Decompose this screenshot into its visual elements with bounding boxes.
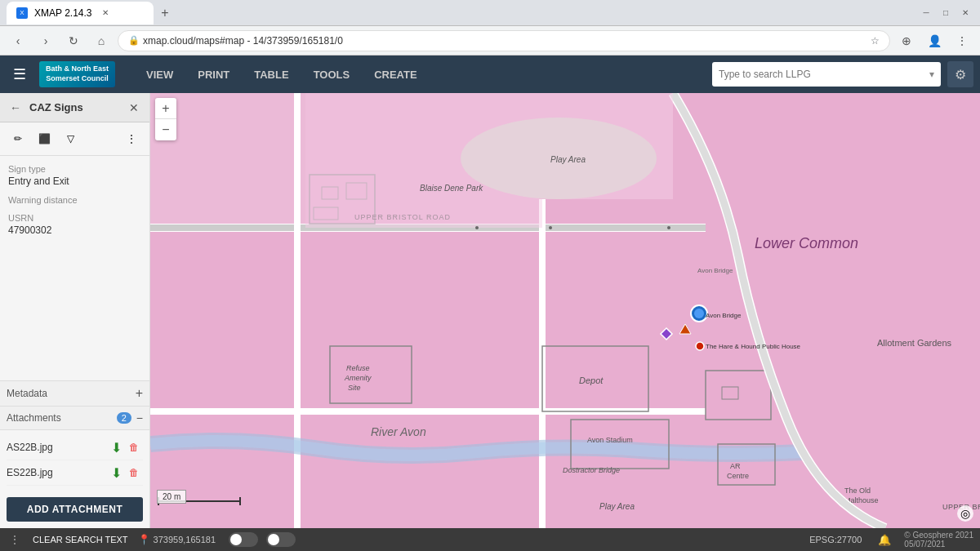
toggle-group (229, 532, 296, 547)
tab-close-button[interactable]: ✕ (99, 7, 112, 20)
attachment-item: ES22B.jpg ⬇ 🗑 (7, 460, 143, 486)
metadata-section[interactable]: Metadata + (0, 380, 149, 406)
add-attachment-button[interactable]: ADD ATTACHMENT (7, 497, 143, 522)
zoom-in-button[interactable]: + (155, 98, 176, 119)
sign-type-field: Sign type Entry and Exit (8, 164, 141, 187)
more-icon: ⋮ (127, 133, 136, 144)
left-panel: ← CAZ Signs ✕ ✏ ⬛ ▽ ⋮ Sign type Entry an… (0, 93, 150, 528)
attachment-download-button[interactable]: ⬇ (107, 464, 125, 482)
svg-text:Play Area: Play Area (550, 155, 586, 164)
svg-text:Refuse: Refuse (346, 364, 370, 372)
attachment-name: AS22B.jpg (7, 442, 107, 453)
svg-point-48 (667, 226, 670, 229)
copyright-geosphere: © Geosphere 2021 (904, 531, 973, 540)
nav-print[interactable]: PRINT (186, 64, 241, 86)
panel-content: Sign type Entry and Exit Warning distanc… (0, 156, 149, 380)
compass-button[interactable]: ◎ (957, 505, 973, 522)
reload-button[interactable]: ↻ (62, 29, 85, 52)
attachment-delete-button[interactable]: 🗑 (125, 464, 143, 482)
attachments-collapse-icon[interactable]: − (136, 411, 143, 424)
main-nav: VIEW PRINT TABLE TOOLS CREATE (135, 64, 429, 86)
status-menu-button[interactable]: ⋮ (7, 531, 23, 548)
delete-icon: ⬛ (38, 133, 51, 144)
attachments-section[interactable]: Attachments 2 − (0, 406, 149, 429)
address-bar: ‹ › ↻ ⌂ 🔒 xmap.cloud/maps#map - 14/37395… (0, 26, 980, 56)
svg-text:AR: AR (730, 462, 741, 470)
delete-tool-button[interactable]: ⬛ (33, 127, 56, 150)
attachment-download-button[interactable]: ⬇ (107, 438, 125, 456)
attachment-name: ES22B.jpg (7, 467, 107, 478)
scale-label: 20 m (163, 492, 180, 501)
main-area: ← CAZ Signs ✕ ✏ ⬛ ▽ ⋮ Sign type Entry an… (0, 93, 980, 528)
home-button[interactable]: ⌂ (90, 29, 113, 52)
warning-distance-field: Warning distance (8, 195, 141, 205)
map-svg: Refuse Amenity Site Depot Avon Stadium A… (150, 93, 980, 528)
browser-tab[interactable]: X XMAP 2.14.3 ✕ (7, 2, 154, 24)
panel-title: CAZ Signs (29, 101, 120, 113)
nav-tools[interactable]: TOOLS (302, 64, 362, 86)
svg-text:Play Area: Play Area (599, 502, 635, 511)
hamburger-button[interactable]: ☰ (7, 61, 33, 87)
council-name-line2: Somerset Council (46, 74, 109, 84)
attachments-badge: 2 (117, 412, 131, 424)
filter-tool-button[interactable]: ▽ (59, 127, 82, 150)
attachment-delete-button[interactable]: 🗑 (125, 438, 143, 456)
svg-text:Depot: Depot (579, 375, 604, 385)
coords-icon: 📍 (138, 534, 150, 545)
usrn-label: USRN (8, 213, 141, 223)
close-button[interactable]: ✕ (957, 5, 973, 21)
edit-tool-button[interactable]: ✏ (7, 127, 29, 150)
warning-distance-label: Warning distance (8, 195, 141, 205)
more-tool-button[interactable]: ⋮ (120, 127, 143, 150)
nav-create[interactable]: CREATE (363, 64, 428, 86)
svg-text:The Old: The Old (844, 487, 871, 495)
council-name-line1: Bath & North East (46, 64, 109, 74)
map-zoom-controls: + − (155, 98, 176, 140)
svg-text:River Avon: River Avon (371, 425, 426, 438)
panel-back-button[interactable]: ← (7, 99, 24, 117)
sign-type-label: Sign type (8, 164, 141, 174)
epsg-value: EPSG:27700 (809, 535, 862, 544)
maximize-button[interactable]: □ (938, 5, 954, 21)
toggle-1-dot (230, 534, 242, 545)
forward-button[interactable]: › (34, 29, 57, 52)
notification-bell-icon[interactable]: 🔔 (878, 534, 891, 546)
edit-icon: ✏ (14, 133, 22, 144)
filter-icon: ▽ (67, 133, 74, 144)
app-header: ☰ Bath & North East Somerset Council VIE… (0, 56, 980, 93)
settings-button[interactable]: ⚙ (947, 61, 973, 87)
svg-point-42 (696, 342, 704, 350)
epsg-display: EPSG:27700 (809, 535, 862, 544)
panel-header: ← CAZ Signs ✕ (0, 93, 149, 122)
bookmark-star-icon[interactable]: ☆ (871, 35, 880, 47)
map-area[interactable]: Refuse Amenity Site Depot Avon Stadium A… (150, 93, 980, 528)
map-scale: 20 m (157, 490, 186, 504)
minimize-button[interactable]: ─ (918, 5, 934, 21)
attachment-item: AS22B.jpg ⬇ 🗑 (7, 435, 143, 460)
svg-text:Blaise Dene Park: Blaise Dene Park (420, 184, 483, 193)
toggle-1[interactable] (229, 532, 258, 547)
clear-search-text-button[interactable]: CLEAR SEARCH TEXT (33, 535, 128, 544)
usrn-value: 47900302 (8, 224, 141, 236)
council-logo: Bath & North East Somerset Council (39, 61, 115, 87)
panel-close-button[interactable]: ✕ (125, 99, 143, 117)
nav-table[interactable]: TABLE (243, 64, 300, 86)
metadata-add-icon[interactable]: + (136, 386, 143, 401)
new-tab-button[interactable]: + (154, 2, 176, 24)
browser-menu-button[interactable]: ⋮ (951, 29, 973, 52)
address-field[interactable]: 🔒 xmap.cloud/maps#map - 14/373959/165181… (118, 30, 890, 51)
svg-text:Avon Stadium: Avon Stadium (587, 436, 633, 444)
toggle-2[interactable] (266, 532, 296, 547)
profile-button[interactable]: 👤 (923, 29, 946, 52)
svg-text:Lower Common: Lower Common (755, 235, 858, 251)
back-button[interactable]: ‹ (7, 29, 29, 52)
extensions-button[interactable]: ⊕ (895, 29, 918, 52)
llpg-search-input[interactable] (719, 69, 929, 80)
browser-titlebar: X XMAP 2.14.3 ✕ + ─ □ ✕ (0, 0, 980, 26)
llpg-search-box[interactable]: ▾ (712, 62, 941, 87)
zoom-out-button[interactable]: − (155, 119, 176, 140)
nav-view[interactable]: VIEW (135, 64, 185, 86)
search-dropdown-icon[interactable]: ▾ (929, 69, 934, 80)
toggle-2-dot (268, 534, 279, 545)
svg-text:The Hare & Hound Public House: The Hare & Hound Public House (706, 343, 801, 350)
